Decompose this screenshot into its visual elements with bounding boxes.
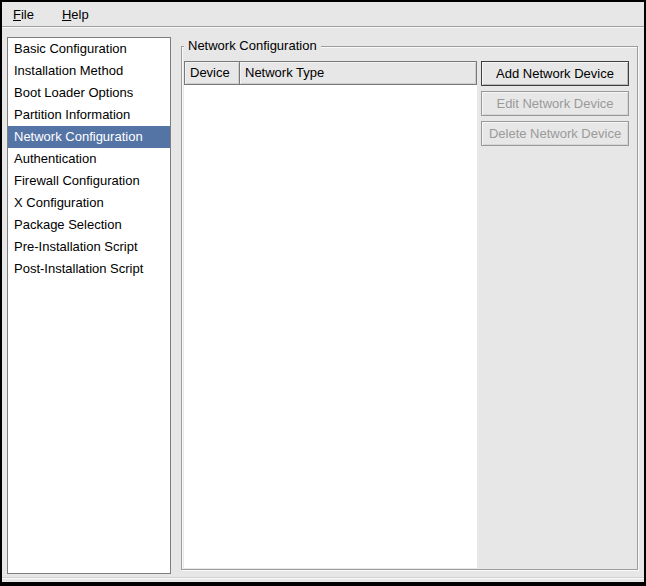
sidebar-item-post-installation-script[interactable]: Post-Installation Script bbox=[8, 258, 170, 280]
sidebar-item-pre-installation-script[interactable]: Pre-Installation Script bbox=[8, 236, 170, 258]
table-header-network-type[interactable]: Network Type bbox=[239, 61, 477, 85]
sidebar-item-authentication[interactable]: Authentication bbox=[8, 148, 170, 170]
sidebar-item-basic-configuration[interactable]: Basic Configuration bbox=[8, 38, 170, 60]
menu-file[interactable]: File bbox=[10, 5, 37, 24]
menu-help[interactable]: Help bbox=[59, 5, 92, 24]
sidebar-item-boot-loader-options[interactable]: Boot Loader Options bbox=[8, 82, 170, 104]
frame-title: Network Configuration bbox=[184, 38, 321, 54]
sidebar-item-partition-information[interactable]: Partition Information bbox=[8, 104, 170, 126]
delete-network-device-button[interactable]: Delete Network Device bbox=[481, 121, 629, 146]
table-header-device[interactable]: Device bbox=[184, 61, 240, 85]
network-device-table: Device Network Type bbox=[184, 61, 477, 568]
table-header-row: Device Network Type bbox=[184, 61, 477, 85]
add-network-device-button[interactable]: Add Network Device bbox=[481, 61, 629, 86]
sidebar-item-installation-method[interactable]: Installation Method bbox=[8, 60, 170, 82]
menubar: File Help bbox=[2, 2, 644, 27]
sidebar-item-firewall-configuration[interactable]: Firewall Configuration bbox=[8, 170, 170, 192]
category-list[interactable]: Basic Configuration Installation Method … bbox=[7, 37, 171, 574]
edit-network-device-button[interactable]: Edit Network Device bbox=[481, 91, 629, 116]
bottom-bevel-line bbox=[2, 577, 644, 579]
window-content: File Help Basic Configuration Installati… bbox=[2, 2, 644, 582]
sidebar-item-x-configuration[interactable]: X Configuration bbox=[8, 192, 170, 214]
sidebar-item-package-selection[interactable]: Package Selection bbox=[8, 214, 170, 236]
sidebar-item-network-configuration[interactable]: Network Configuration bbox=[8, 126, 170, 148]
kickstart-configurator-window: File Help Basic Configuration Installati… bbox=[0, 0, 646, 586]
table-body-empty[interactable] bbox=[184, 85, 477, 568]
